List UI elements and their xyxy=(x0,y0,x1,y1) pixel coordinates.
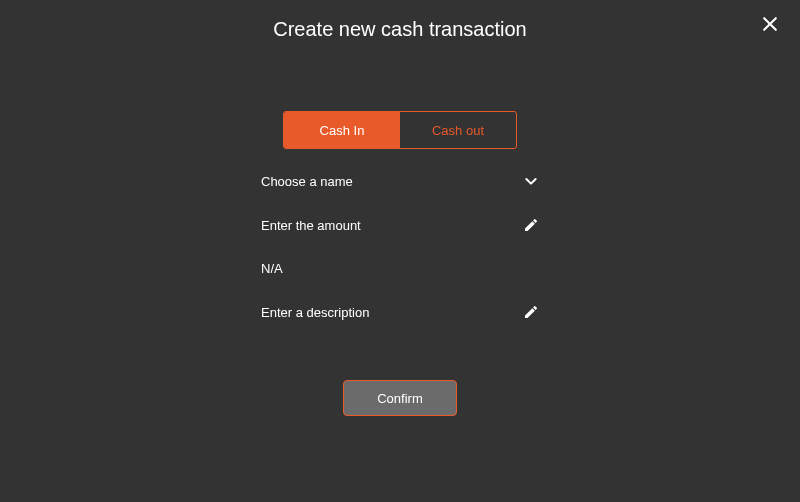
pencil-icon xyxy=(523,304,539,320)
field-name-label: Choose a name xyxy=(261,174,353,189)
field-na: N/A xyxy=(261,261,539,276)
modal-title: Create new cash transaction xyxy=(0,18,800,41)
modal: Create new cash transaction Cash In Cash… xyxy=(0,0,800,502)
field-amount[interactable]: Enter the amount xyxy=(261,217,539,233)
field-description[interactable]: Enter a description xyxy=(261,304,539,320)
tab-cash-out[interactable]: Cash out xyxy=(400,112,516,148)
field-name[interactable]: Choose a name xyxy=(261,173,539,189)
close-button[interactable] xyxy=(758,14,782,38)
fields: Choose a name Enter the amount N/A xyxy=(261,173,539,320)
tab-cash-in[interactable]: Cash In xyxy=(284,112,400,148)
pencil-icon xyxy=(523,217,539,233)
chevron-down-icon xyxy=(523,173,539,189)
modal-content: Cash In Cash out Choose a name Enter the… xyxy=(0,111,800,416)
transaction-type-tabs: Cash In Cash out xyxy=(283,111,517,149)
close-icon xyxy=(760,14,780,38)
field-na-label: N/A xyxy=(261,261,283,276)
confirm-button[interactable]: Confirm xyxy=(343,380,457,416)
field-description-label: Enter a description xyxy=(261,305,369,320)
field-amount-label: Enter the amount xyxy=(261,218,361,233)
